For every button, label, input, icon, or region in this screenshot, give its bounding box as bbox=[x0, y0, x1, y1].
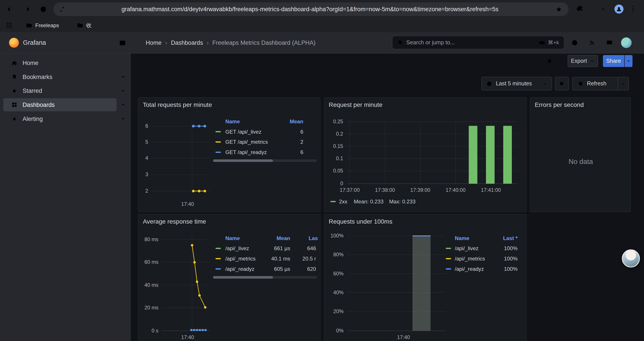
site-info-icon[interactable] bbox=[58, 5, 66, 13]
series-color-chip bbox=[216, 258, 221, 259]
panel-title[interactable]: Requests under 100ms bbox=[329, 218, 392, 225]
y-tick: 40 ms bbox=[139, 282, 158, 288]
sidebar-item-alerting[interactable]: Alerting bbox=[0, 112, 130, 125]
legend-mean-value: 661 µs bbox=[257, 245, 290, 252]
no-data-message: No data bbox=[530, 158, 631, 166]
share-menu-button[interactable] bbox=[625, 55, 632, 67]
sidebar-item-starred[interactable]: Starred bbox=[0, 84, 130, 97]
panel-title[interactable]: Total requests per minute bbox=[143, 101, 212, 108]
legend-series-name[interactable]: /api/_readyz bbox=[455, 265, 484, 272]
legend-last-value: 20.5 r bbox=[293, 255, 316, 262]
apps-grid-icon[interactable] bbox=[5, 21, 13, 29]
help-icon[interactable] bbox=[571, 39, 578, 47]
legend-header-mean[interactable]: Mean bbox=[274, 118, 303, 125]
extensions-icon[interactable] bbox=[576, 5, 584, 14]
chevron-down-icon[interactable] bbox=[120, 88, 126, 94]
sidebar-item-bookmarks[interactable]: Bookmarks bbox=[0, 70, 130, 83]
chevron-down-icon[interactable] bbox=[120, 115, 126, 122]
legend-series-name[interactable]: 2xx bbox=[339, 198, 348, 205]
sidebar-item-home[interactable]: Home bbox=[0, 56, 130, 70]
breadcrumb-home[interactable]: Home bbox=[146, 40, 162, 46]
x-tick: 17:40 bbox=[393, 334, 414, 340]
legend-scrollbar[interactable] bbox=[213, 160, 317, 162]
legend-last-value: 100% bbox=[484, 255, 518, 262]
search-placeholder: Search or jump to... bbox=[406, 36, 455, 49]
y-tick: 20 ms bbox=[139, 304, 158, 311]
time-range-label: Last 5 minutes bbox=[496, 81, 532, 87]
breadcrumb-current: Freeleaps Metrics Dashboard (ALPHA) bbox=[212, 40, 316, 46]
legend-header-name[interactable]: Name bbox=[225, 118, 240, 125]
legend-header-last[interactable]: Last * bbox=[484, 235, 518, 242]
series-color-chip bbox=[330, 201, 336, 202]
chevron-down-icon[interactable] bbox=[120, 102, 126, 108]
back-icon[interactable] bbox=[6, 5, 14, 14]
x-tick: 17:40 bbox=[177, 334, 198, 340]
panel-title[interactable]: Average response time bbox=[143, 218, 206, 225]
chevron-down-icon[interactable] bbox=[120, 74, 126, 80]
assistant-avatar-widget[interactable] bbox=[622, 249, 640, 267]
forward-icon[interactable] bbox=[22, 5, 31, 14]
y-tick: 0.1 bbox=[325, 155, 343, 162]
series-color-chip bbox=[216, 141, 221, 143]
favorite-star-icon[interactable] bbox=[546, 57, 553, 65]
panel-title[interactable]: Request per minute bbox=[329, 101, 382, 108]
y-tick: 2 bbox=[138, 188, 148, 194]
export-button[interactable]: Export bbox=[568, 55, 598, 67]
legend-series-name[interactable]: /api/_livez bbox=[225, 245, 249, 252]
panel-title[interactable]: Errors per second bbox=[535, 101, 584, 108]
user-avatar[interactable] bbox=[621, 37, 632, 48]
grafana-logo[interactable] bbox=[9, 38, 19, 48]
breadcrumb-separator: › bbox=[165, 40, 167, 46]
legend-series-name[interactable]: /api/_readyz bbox=[225, 265, 254, 272]
keyboard-icon bbox=[538, 39, 546, 46]
share-button[interactable]: Share bbox=[603, 55, 624, 67]
sidebar-active-highlight bbox=[3, 98, 116, 112]
legend-header-name[interactable]: Name bbox=[225, 235, 240, 242]
search-input[interactable]: Search or jump to... ⌘+k bbox=[392, 36, 564, 49]
sidebar-item-dashboards[interactable]: Dashboards bbox=[0, 98, 130, 112]
news-rss-icon[interactable] bbox=[588, 39, 596, 47]
refresh-button[interactable]: Refresh bbox=[572, 77, 618, 90]
legend-header-name[interactable]: Name bbox=[455, 235, 469, 242]
chevron-down-icon bbox=[590, 58, 595, 64]
legend-scrollbar[interactable] bbox=[213, 276, 317, 278]
profile-avatar[interactable] bbox=[614, 5, 624, 14]
zoom-out-button[interactable] bbox=[555, 77, 569, 90]
display-icon[interactable] bbox=[606, 39, 613, 47]
legend-scrollbar-thumb[interactable] bbox=[213, 160, 273, 162]
panel-errors-per-second: Errors per second No data bbox=[530, 97, 631, 212]
legend-series-name[interactable]: GET /api/_livez bbox=[225, 128, 262, 135]
star-icon bbox=[11, 88, 18, 94]
legend-last-value: 646 bbox=[293, 245, 316, 252]
legend-series-name[interactable]: GET /api/_readyz bbox=[225, 149, 267, 156]
bar-chart bbox=[324, 214, 527, 341]
download-icon[interactable] bbox=[599, 5, 608, 14]
sidebar-toggle-icon[interactable] bbox=[118, 39, 126, 47]
bookmarks-bar: Freeleaps 收藏博客 bbox=[0, 19, 644, 32]
reload-icon[interactable] bbox=[39, 5, 48, 14]
bookmark-star-icon[interactable] bbox=[555, 5, 563, 13]
y-tick: 5 bbox=[138, 139, 148, 146]
browser-menu-icon[interactable] bbox=[629, 5, 638, 13]
home-icon bbox=[11, 60, 18, 66]
sidebar-item-label: Bookmarks bbox=[22, 70, 52, 83]
y-tick: 20% bbox=[325, 308, 344, 315]
legend-series-name[interactable]: /api/_metrics bbox=[225, 255, 256, 262]
legend-header-last[interactable]: Las bbox=[309, 235, 321, 242]
grafana-brand: Grafana bbox=[23, 32, 46, 53]
legend-series-name[interactable]: /api/_metrics bbox=[455, 255, 485, 262]
legend-series-name[interactable]: /api/_livez bbox=[455, 245, 478, 252]
legend-header-mean[interactable]: Mean bbox=[257, 235, 290, 242]
chevron-down-icon bbox=[626, 58, 631, 64]
y-tick: 80% bbox=[325, 251, 344, 258]
time-range-picker[interactable]: Last 5 minutes bbox=[481, 77, 552, 90]
bar-chart bbox=[324, 98, 527, 212]
legend-scrollbar-thumb[interactable] bbox=[213, 276, 273, 278]
breadcrumb-dashboards[interactable]: Dashboards bbox=[171, 40, 203, 46]
legend-series-name[interactable]: GET /api/_metrics bbox=[225, 138, 268, 146]
y-tick: 0 bbox=[325, 180, 343, 187]
bookmark-label: Freeleaps bbox=[35, 19, 59, 32]
refresh-interval-button[interactable] bbox=[618, 77, 629, 90]
series-color-chip bbox=[216, 131, 221, 132]
url-bar[interactable]: grafana.mathmast.com/d/deytv4rwavabkb/fr… bbox=[53, 3, 568, 16]
